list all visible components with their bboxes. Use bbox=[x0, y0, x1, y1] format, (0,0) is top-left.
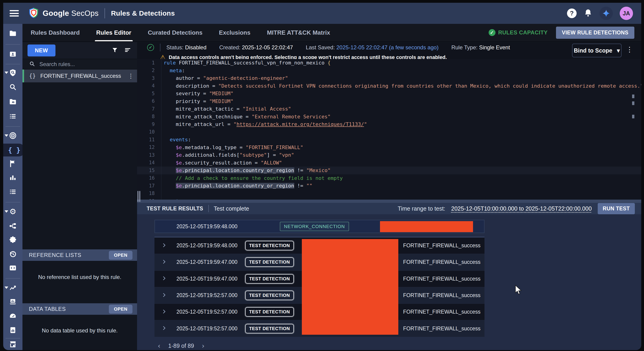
list-alt-icon[interactable] bbox=[3, 185, 22, 198]
detection-rule-name: FORTINET_FIREWALL_success… bbox=[403, 259, 481, 265]
braces-icon: {} bbox=[29, 73, 36, 79]
detection-rule-name: FORTINET_FIREWALL_success… bbox=[403, 325, 481, 332]
tab-curated-detections[interactable]: Curated Detections bbox=[148, 24, 202, 41]
chevron-down-icon: ▾ bbox=[617, 47, 620, 54]
selected-event-row[interactable]: 2025-12-05T19:59:48.000 NETWORK_CONNECTI… bbox=[154, 220, 484, 233]
braces-icon[interactable]: { } bbox=[3, 144, 25, 156]
tab-exclusions[interactable]: Exclusions bbox=[219, 24, 250, 41]
expand-chevron-icon[interactable] bbox=[161, 309, 167, 315]
code-line-19: 19 outcome: bbox=[137, 197, 641, 200]
data-tables-open-button[interactable]: OPEN bbox=[109, 305, 132, 314]
list-icon[interactable] bbox=[3, 110, 22, 123]
gear-icon[interactable]: ⚙ bbox=[3, 205, 22, 218]
workflow-icon[interactable] bbox=[3, 220, 22, 232]
code-icon[interactable] bbox=[3, 261, 22, 274]
test-detection-badge: TEST DETECTION bbox=[245, 291, 294, 300]
rule-options-kebab-icon[interactable]: ⋮ bbox=[626, 46, 633, 54]
flag-icon[interactable] bbox=[3, 157, 22, 170]
chart-line-icon[interactable] bbox=[3, 281, 22, 294]
tab-mitre-att-ck-matrix[interactable]: MITRE ATT&CK Matrix bbox=[267, 24, 330, 41]
view-rule-detections-button[interactable]: VIEW RULE DETECTIONS bbox=[556, 27, 634, 39]
filter-icon[interactable] bbox=[112, 47, 118, 54]
data-tables-header: DATA TABLES OPEN bbox=[22, 303, 137, 315]
chevron-down-icon bbox=[4, 210, 8, 213]
history-icon[interactable] bbox=[3, 247, 22, 260]
storefront-icon[interactable] bbox=[3, 338, 22, 350]
mouse-cursor bbox=[514, 285, 523, 296]
expand-chevron-icon[interactable] bbox=[161, 325, 167, 332]
code-editor[interactable]: 1rule FORTINET_FIREWALL_successful_vpn_f… bbox=[137, 59, 641, 200]
rule-list-item[interactable]: {} FORTINET_FIREWALL_successful_vpn_from… bbox=[22, 70, 137, 82]
code-line-7: 7 mitre_attack_tactic = "Initial Access" bbox=[137, 105, 641, 113]
rule-item-kebab-icon[interactable]: ⋮ bbox=[128, 73, 134, 80]
reference-lists-empty-text: No reference list used by this rule. bbox=[22, 274, 137, 280]
chevron-down-icon bbox=[4, 134, 8, 137]
hamburger-menu-icon[interactable] bbox=[10, 10, 19, 17]
chevron-down-icon bbox=[4, 286, 8, 289]
laptop-chart-icon[interactable] bbox=[3, 295, 22, 308]
rule-created: Created: 2025-12-05 22:02:47 bbox=[219, 44, 293, 51]
rule-type: Rule Type: Single Event bbox=[451, 44, 510, 51]
check-circle-icon: ✓ bbox=[488, 29, 496, 36]
tab-rules-dashboard[interactable]: Rules Dashboard bbox=[31, 24, 80, 41]
rail-divider bbox=[6, 202, 20, 202]
folder-eye-icon[interactable] bbox=[3, 95, 22, 108]
expand-chevron-icon[interactable] bbox=[161, 259, 167, 265]
test-results-title: TEST RULE RESULTS bbox=[147, 206, 203, 212]
next-page-icon[interactable]: › bbox=[202, 342, 205, 350]
code-line-9: 9 mitre_attack_url = "https://attack.mit… bbox=[137, 120, 641, 128]
rule-editor-main: ✓ Status: Disabled Created: 2025-12-05 2… bbox=[137, 42, 641, 350]
new-rule-button[interactable]: NEW bbox=[28, 45, 56, 57]
time-range-value[interactable]: 2025-12-05T10:00:00.000 to 2025-12-05T22… bbox=[451, 205, 592, 212]
shield-search-icon[interactable] bbox=[3, 66, 22, 79]
rules-capacity-indicator[interactable]: ✓ RULES CAPACITY bbox=[488, 29, 548, 36]
page-title: Rules & Detections bbox=[111, 10, 175, 17]
rail-divider bbox=[6, 126, 20, 127]
product-name: Google SecOps bbox=[43, 9, 98, 18]
test-detection-badge: TEST DETECTION bbox=[245, 241, 294, 250]
code-line-4: 4 description = "Detects successful Fort… bbox=[137, 82, 641, 90]
secops-shield-logo-icon bbox=[28, 7, 39, 19]
expand-chevron-icon[interactable] bbox=[161, 292, 167, 299]
rule-last-saved: Last Saved: 2025-12-05 22:02:47 (a few s… bbox=[306, 44, 438, 51]
puzzle-icon[interactable] bbox=[3, 233, 22, 246]
redacted-column bbox=[302, 239, 398, 335]
folder-icon[interactable] bbox=[3, 27, 22, 40]
test-detection-badge: TEST DETECTION bbox=[245, 274, 294, 283]
prev-page-icon[interactable]: ‹ bbox=[158, 342, 160, 350]
run-test-button[interactable]: RUN TEST bbox=[598, 203, 635, 214]
app-window: Google SecOps Rules & Detections ? JA bbox=[3, 3, 641, 350]
code-line-6: 6 priority = "MEDIUM" bbox=[137, 98, 641, 105]
search-input[interactable] bbox=[40, 61, 117, 68]
scrollbar-marker bbox=[632, 115, 634, 118]
event-type-badge: NETWORK_CONNECTION bbox=[280, 222, 349, 231]
code-line-13: 13 $e.additional.fields["subtype"] = "vp… bbox=[137, 151, 641, 159]
rules-search bbox=[22, 59, 137, 70]
tab-rules-editor[interactable]: Rules Editor bbox=[96, 24, 131, 41]
detection-rule-name: FORTINET_FIREWALL_success… bbox=[403, 242, 481, 249]
id-badge-icon[interactable] bbox=[3, 48, 22, 61]
gemini-sparkle-icon[interactable] bbox=[600, 7, 613, 20]
horizontal-splitter[interactable] bbox=[137, 200, 641, 203]
bind-to-scope-dropdown[interactable]: Bind to Scope▾ bbox=[572, 44, 622, 57]
panel-resize-handle[interactable] bbox=[138, 191, 141, 202]
reference-lists-open-button[interactable]: OPEN bbox=[109, 251, 132, 260]
avatar[interactable]: JA bbox=[620, 7, 633, 20]
help-icon[interactable]: ? bbox=[567, 9, 576, 18]
code-line-3: 3 author = "agentic-detection-engineer" bbox=[137, 74, 641, 82]
rule-valid-check-icon: ✓ bbox=[147, 44, 154, 51]
report-icon[interactable] bbox=[3, 324, 22, 336]
bar-chart-icon[interactable] bbox=[3, 171, 22, 184]
rail-divider bbox=[6, 44, 20, 45]
code-line-11: 11 events: bbox=[137, 136, 641, 144]
target-icon[interactable] bbox=[3, 129, 22, 142]
gauge-icon[interactable] bbox=[3, 309, 22, 322]
expand-chevron-icon[interactable] bbox=[161, 275, 167, 282]
sort-icon[interactable] bbox=[124, 47, 131, 54]
detection-rule-name: FORTINET_FIREWALL_success… bbox=[403, 276, 481, 282]
expand-chevron-icon[interactable] bbox=[161, 242, 167, 249]
code-line-5: 5 severity = "MEDIUM" bbox=[137, 90, 641, 98]
search-icon[interactable] bbox=[3, 81, 22, 93]
code-line-1: 1rule FORTINET_FIREWALL_successful_vpn_f… bbox=[137, 59, 641, 67]
notifications-bell-icon[interactable] bbox=[584, 8, 593, 18]
